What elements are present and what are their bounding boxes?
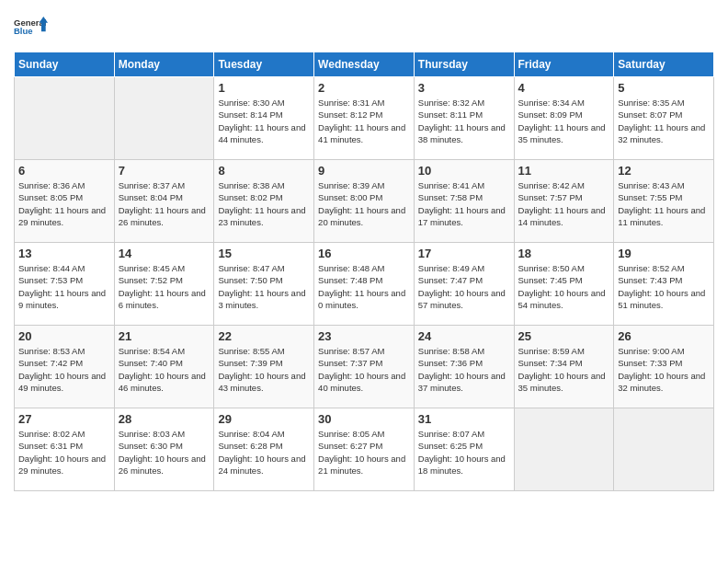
- logo-svg: General Blue: [14, 9, 49, 44]
- day-number: 29: [218, 412, 310, 426]
- col-header-monday: Monday: [114, 52, 214, 77]
- day-info: Sunrise: 8:59 AM Sunset: 7:34 PM Dayligh…: [518, 345, 610, 394]
- svg-text:Blue: Blue: [14, 26, 33, 36]
- calendar-cell: 16Sunrise: 8:48 AM Sunset: 7:48 PM Dayli…: [314, 243, 415, 326]
- day-info: Sunrise: 8:04 AM Sunset: 6:28 PM Dayligh…: [218, 428, 310, 477]
- day-info: Sunrise: 8:49 AM Sunset: 7:47 PM Dayligh…: [418, 262, 510, 311]
- calendar-cell: 17Sunrise: 8:49 AM Sunset: 7:47 PM Dayli…: [414, 243, 514, 326]
- day-number: 24: [418, 329, 510, 343]
- day-info: Sunrise: 8:03 AM Sunset: 6:30 PM Dayligh…: [119, 428, 210, 477]
- day-number: 8: [218, 164, 310, 178]
- calendar-cell: 19Sunrise: 8:52 AM Sunset: 7:43 PM Dayli…: [614, 243, 714, 326]
- day-number: 12: [618, 164, 710, 178]
- day-number: 6: [18, 164, 110, 178]
- day-info: Sunrise: 8:45 AM Sunset: 7:52 PM Dayligh…: [119, 262, 210, 311]
- day-number: 3: [418, 81, 510, 95]
- day-info: Sunrise: 8:57 AM Sunset: 7:37 PM Dayligh…: [318, 345, 410, 394]
- calendar-cell: 7Sunrise: 8:37 AM Sunset: 8:04 PM Daylig…: [114, 160, 214, 243]
- calendar-cell: 11Sunrise: 8:42 AM Sunset: 7:57 PM Dayli…: [514, 160, 614, 243]
- day-info: Sunrise: 8:55 AM Sunset: 7:39 PM Dayligh…: [218, 345, 310, 394]
- calendar-cell: 10Sunrise: 8:41 AM Sunset: 7:58 PM Dayli…: [414, 160, 514, 243]
- day-info: Sunrise: 8:43 AM Sunset: 7:55 PM Dayligh…: [618, 179, 710, 228]
- day-info: Sunrise: 8:47 AM Sunset: 7:50 PM Dayligh…: [218, 262, 310, 311]
- day-info: Sunrise: 9:00 AM Sunset: 7:33 PM Dayligh…: [618, 345, 710, 394]
- day-number: 2: [318, 81, 410, 95]
- day-number: 16: [318, 247, 410, 260]
- calendar-cell: 15Sunrise: 8:47 AM Sunset: 7:50 PM Dayli…: [214, 243, 314, 326]
- day-info: Sunrise: 8:05 AM Sunset: 6:27 PM Dayligh…: [318, 428, 410, 477]
- calendar-cell: 22Sunrise: 8:55 AM Sunset: 7:39 PM Dayli…: [214, 326, 314, 408]
- day-info: Sunrise: 8:54 AM Sunset: 7:40 PM Dayligh…: [119, 345, 210, 394]
- calendar-cell: 4Sunrise: 8:34 AM Sunset: 8:09 PM Daylig…: [514, 77, 614, 160]
- day-number: 15: [218, 247, 310, 260]
- calendar-cell: 25Sunrise: 8:59 AM Sunset: 7:34 PM Dayli…: [514, 326, 614, 408]
- day-info: Sunrise: 8:58 AM Sunset: 7:36 PM Dayligh…: [418, 345, 510, 394]
- day-number: 21: [119, 329, 210, 343]
- day-info: Sunrise: 8:41 AM Sunset: 7:58 PM Dayligh…: [418, 179, 510, 228]
- calendar-cell: 21Sunrise: 8:54 AM Sunset: 7:40 PM Dayli…: [114, 326, 214, 408]
- day-number: 22: [218, 329, 310, 343]
- calendar-cell: [15, 77, 115, 160]
- day-number: 27: [18, 412, 110, 426]
- day-info: Sunrise: 8:34 AM Sunset: 8:09 PM Dayligh…: [518, 97, 610, 145]
- day-info: Sunrise: 8:44 AM Sunset: 7:53 PM Dayligh…: [18, 262, 110, 311]
- day-info: Sunrise: 8:31 AM Sunset: 8:12 PM Dayligh…: [318, 97, 410, 145]
- calendar-cell: [114, 77, 214, 160]
- day-info: Sunrise: 8:37 AM Sunset: 8:04 PM Dayligh…: [119, 179, 210, 228]
- calendar-cell: 23Sunrise: 8:57 AM Sunset: 7:37 PM Dayli…: [314, 326, 415, 408]
- day-number: 14: [119, 247, 210, 260]
- day-number: 23: [318, 329, 410, 343]
- calendar-cell: [614, 408, 714, 491]
- day-info: Sunrise: 8:07 AM Sunset: 6:25 PM Dayligh…: [418, 428, 510, 477]
- day-number: 11: [518, 164, 610, 178]
- calendar-table: SundayMondayTuesdayWednesdayThursdayFrid…: [14, 52, 714, 491]
- day-number: 28: [119, 412, 210, 426]
- day-number: 10: [418, 164, 510, 178]
- day-number: 4: [518, 81, 610, 95]
- calendar-cell: 9Sunrise: 8:39 AM Sunset: 8:00 PM Daylig…: [314, 160, 415, 243]
- col-header-tuesday: Tuesday: [214, 52, 314, 77]
- day-info: Sunrise: 8:39 AM Sunset: 8:00 PM Dayligh…: [318, 179, 410, 228]
- day-info: Sunrise: 8:50 AM Sunset: 7:45 PM Dayligh…: [518, 262, 610, 311]
- day-info: Sunrise: 8:35 AM Sunset: 8:07 PM Dayligh…: [618, 97, 710, 145]
- day-info: Sunrise: 8:36 AM Sunset: 8:05 PM Dayligh…: [18, 179, 110, 228]
- day-number: 19: [618, 247, 710, 260]
- col-header-saturday: Saturday: [614, 52, 714, 77]
- calendar-cell: 20Sunrise: 8:53 AM Sunset: 7:42 PM Dayli…: [15, 326, 115, 408]
- day-number: 20: [18, 329, 110, 343]
- day-info: Sunrise: 8:52 AM Sunset: 7:43 PM Dayligh…: [618, 262, 710, 311]
- day-number: 26: [618, 329, 710, 343]
- calendar-cell: 14Sunrise: 8:45 AM Sunset: 7:52 PM Dayli…: [114, 243, 214, 326]
- calendar-cell: 2Sunrise: 8:31 AM Sunset: 8:12 PM Daylig…: [314, 77, 415, 160]
- day-info: Sunrise: 8:32 AM Sunset: 8:11 PM Dayligh…: [418, 97, 510, 145]
- col-header-thursday: Thursday: [414, 52, 514, 77]
- calendar-cell: 27Sunrise: 8:02 AM Sunset: 6:31 PM Dayli…: [15, 408, 115, 491]
- calendar-cell: 18Sunrise: 8:50 AM Sunset: 7:45 PM Dayli…: [514, 243, 614, 326]
- calendar-cell: 30Sunrise: 8:05 AM Sunset: 6:27 PM Dayli…: [314, 408, 415, 491]
- day-info: Sunrise: 8:53 AM Sunset: 7:42 PM Dayligh…: [18, 345, 110, 394]
- calendar-cell: 3Sunrise: 8:32 AM Sunset: 8:11 PM Daylig…: [414, 77, 514, 160]
- day-number: 25: [518, 329, 610, 343]
- calendar-cell: 5Sunrise: 8:35 AM Sunset: 8:07 PM Daylig…: [614, 77, 714, 160]
- day-number: 1: [218, 81, 310, 95]
- col-header-sunday: Sunday: [15, 52, 115, 77]
- day-info: Sunrise: 8:30 AM Sunset: 8:14 PM Dayligh…: [218, 97, 310, 145]
- day-number: 30: [318, 412, 410, 426]
- day-info: Sunrise: 8:02 AM Sunset: 6:31 PM Dayligh…: [18, 428, 110, 477]
- calendar-cell: 13Sunrise: 8:44 AM Sunset: 7:53 PM Dayli…: [15, 243, 115, 326]
- col-header-friday: Friday: [514, 52, 614, 77]
- day-number: 13: [18, 247, 110, 260]
- day-info: Sunrise: 8:48 AM Sunset: 7:48 PM Dayligh…: [318, 262, 410, 311]
- calendar-cell: 8Sunrise: 8:38 AM Sunset: 8:02 PM Daylig…: [214, 160, 314, 243]
- col-header-wednesday: Wednesday: [314, 52, 415, 77]
- calendar-cell: 1Sunrise: 8:30 AM Sunset: 8:14 PM Daylig…: [214, 77, 314, 160]
- calendar-cell: [514, 408, 614, 491]
- calendar-cell: 26Sunrise: 9:00 AM Sunset: 7:33 PM Dayli…: [614, 326, 714, 408]
- day-info: Sunrise: 8:38 AM Sunset: 8:02 PM Dayligh…: [218, 179, 310, 228]
- calendar-cell: 24Sunrise: 8:58 AM Sunset: 7:36 PM Dayli…: [414, 326, 514, 408]
- day-number: 17: [418, 247, 510, 260]
- calendar-cell: 31Sunrise: 8:07 AM Sunset: 6:25 PM Dayli…: [414, 408, 514, 491]
- day-number: 18: [518, 247, 610, 260]
- day-number: 5: [618, 81, 710, 95]
- logo: General Blue: [14, 9, 49, 44]
